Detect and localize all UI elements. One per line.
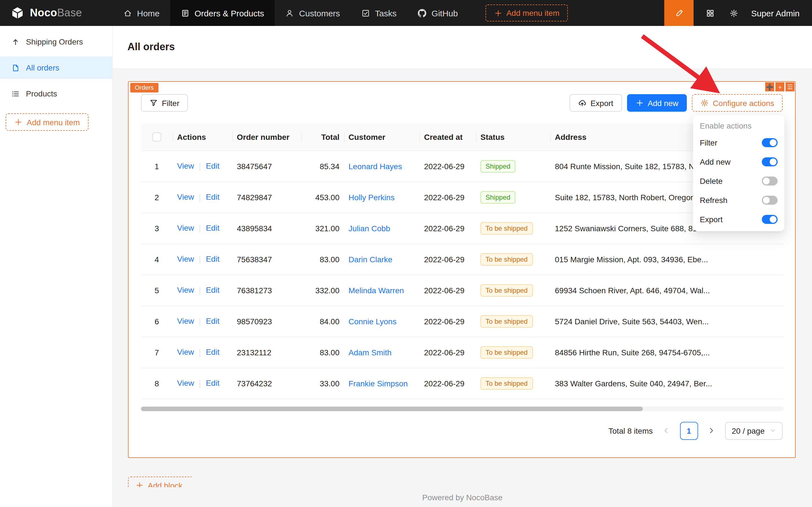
- customer-link[interactable]: Holly Perkins: [348, 192, 395, 202]
- nav-item-github[interactable]: GitHub: [407, 0, 469, 26]
- actions-cell: ViewEdit: [173, 151, 232, 182]
- edit-link[interactable]: Edit: [206, 224, 219, 233]
- pagination-total: Total 8 items: [608, 426, 653, 435]
- actions-divider: [199, 256, 200, 264]
- select-all-checkbox[interactable]: [152, 133, 161, 142]
- add-block-button[interactable]: Add block: [128, 476, 192, 487]
- total-cell: 332.00: [301, 275, 344, 306]
- pagination-prev-button[interactable]: [657, 421, 675, 440]
- edit-link[interactable]: Edit: [206, 379, 219, 388]
- customer-link[interactable]: Adam Smith: [348, 348, 392, 357]
- order-number-cell: 98570923: [232, 306, 301, 337]
- enable-action-item-delete[interactable]: Delete: [693, 171, 785, 190]
- view-link[interactable]: View: [177, 317, 194, 326]
- configure-actions-button[interactable]: Configure actions: [692, 94, 783, 112]
- page-size-select[interactable]: 20 / page: [725, 421, 783, 440]
- chevron-left-icon: [662, 426, 671, 435]
- total-cell: 85.34: [301, 151, 344, 182]
- edit-link[interactable]: Edit: [206, 162, 219, 171]
- edit-link[interactable]: Edit: [206, 348, 219, 357]
- actions-cell: ViewEdit: [173, 368, 232, 399]
- enable-action-item-filter[interactable]: Filter: [693, 133, 785, 152]
- github-icon: [418, 9, 426, 17]
- edit-link[interactable]: Edit: [206, 192, 219, 202]
- customer-link[interactable]: Frankie Simpson: [348, 379, 408, 388]
- view-link[interactable]: View: [177, 379, 194, 388]
- filter-switch[interactable]: [762, 138, 777, 147]
- created-at-cell: 2022-06-29: [419, 182, 476, 213]
- view-link[interactable]: View: [177, 192, 194, 202]
- column-header-created_at: Created at: [419, 123, 476, 151]
- refresh-switch[interactable]: [762, 196, 777, 205]
- add-menu-item-button-navbar[interactable]: Add menu item: [485, 4, 568, 21]
- delete-switch[interactable]: [762, 176, 777, 185]
- table-row: 1ViewEdit3847564785.34Leonard Hayes2022-…: [141, 151, 784, 182]
- logo-text: NocoBase: [30, 7, 82, 19]
- export-button-label: Export: [590, 98, 613, 107]
- row-index: 4: [141, 244, 173, 275]
- address-text: 69934 Schoen River, Apt. 646, 49704, Wal…: [555, 286, 779, 295]
- designer-drag-icon[interactable]: ➕: [765, 82, 774, 91]
- nav-item-home[interactable]: Home: [113, 0, 170, 26]
- customer-link[interactable]: Darin Clarke: [348, 255, 393, 264]
- edit-link[interactable]: Edit: [206, 286, 219, 295]
- sidebar-item-all-orders[interactable]: All orders: [0, 56, 112, 79]
- pagination-page-1[interactable]: 1: [680, 421, 698, 440]
- row-index: 1: [141, 151, 173, 182]
- add-new-switch[interactable]: [762, 157, 777, 166]
- nav-menu: HomeOrders & ProductsCustomersTasksGitHu…: [113, 0, 469, 26]
- nocobase-logo[interactable]: NocoBase: [0, 6, 113, 20]
- total-cell: 83.00: [301, 244, 344, 275]
- plus-icon: [635, 99, 644, 107]
- view-link[interactable]: View: [177, 255, 194, 264]
- highlighter-button[interactable]: [664, 0, 694, 26]
- enable-actions-dropdown: Enable actions FilterAdd newDeleteRefres…: [693, 115, 785, 231]
- view-link[interactable]: View: [177, 286, 194, 295]
- designer-add-icon[interactable]: ＋: [775, 82, 785, 91]
- nav-item-tasks[interactable]: Tasks: [351, 0, 407, 26]
- apps-button[interactable]: [698, 0, 722, 26]
- nav-item-customers[interactable]: Customers: [275, 0, 351, 26]
- edit-link[interactable]: Edit: [206, 317, 219, 326]
- row-index: 5: [141, 275, 173, 306]
- filter-button[interactable]: Filter: [141, 94, 188, 112]
- customer-link[interactable]: Connie Lyons: [348, 317, 396, 326]
- add-menu-item-button-sidebar[interactable]: Add menu item: [6, 113, 89, 131]
- export-button[interactable]: Export: [570, 94, 622, 112]
- edit-link[interactable]: Edit: [206, 255, 219, 264]
- pagination-next-button[interactable]: [702, 421, 720, 440]
- customer-link[interactable]: Leonard Hayes: [348, 162, 402, 171]
- sidebar-item-products[interactable]: Products: [0, 82, 112, 105]
- top-navbar: NocoBase HomeOrders & ProductsCustomersT…: [0, 0, 812, 26]
- export-switch[interactable]: [762, 215, 777, 224]
- address-cell: 84856 Hirthe Run, Suite 268, 94754-6705,…: [550, 337, 784, 368]
- designer-menu-icon[interactable]: ☰: [786, 82, 795, 91]
- view-link[interactable]: View: [177, 348, 194, 357]
- block-designer-tag: Orders: [130, 83, 158, 93]
- enable-action-item-export[interactable]: Export: [693, 210, 785, 229]
- customer-link[interactable]: Melinda Warren: [348, 286, 404, 295]
- customer-link[interactable]: Julian Cobb: [348, 224, 390, 233]
- horizontal-scrollbar-thumb[interactable]: [141, 406, 643, 411]
- gear-button[interactable]: [722, 0, 746, 26]
- total-cell: 84.00: [301, 306, 344, 337]
- view-link[interactable]: View: [177, 162, 194, 171]
- user-menu[interactable]: Super Admin: [746, 8, 812, 18]
- nav-item-label: GitHub: [432, 8, 458, 18]
- customer-cell: Holly Perkins: [344, 182, 419, 213]
- nav-item-orders-products[interactable]: Orders & Products: [170, 0, 275, 26]
- cloud-export-icon: [578, 99, 586, 107]
- status-tag: Shipped: [480, 191, 515, 203]
- filter-button-label: Filter: [162, 98, 179, 107]
- sidebar-item-shipping-orders[interactable]: Shipping Orders: [0, 31, 112, 53]
- chevron-right-icon: [707, 426, 715, 435]
- enable-action-item-add-new[interactable]: Add new: [693, 152, 785, 171]
- table-row: 5ViewEdit76381273332.00Melinda Warren202…: [141, 275, 784, 306]
- add-new-button[interactable]: Add new: [627, 94, 687, 112]
- customer-cell: Darin Clarke: [344, 244, 419, 275]
- table-row: 8ViewEdit7376423233.00Frankie Simpson202…: [141, 368, 784, 399]
- add-menu-item-label: Add menu item: [506, 8, 559, 17]
- actions-cell: ViewEdit: [173, 244, 232, 275]
- view-link[interactable]: View: [177, 224, 194, 233]
- enable-action-item-refresh[interactable]: Refresh: [693, 190, 785, 210]
